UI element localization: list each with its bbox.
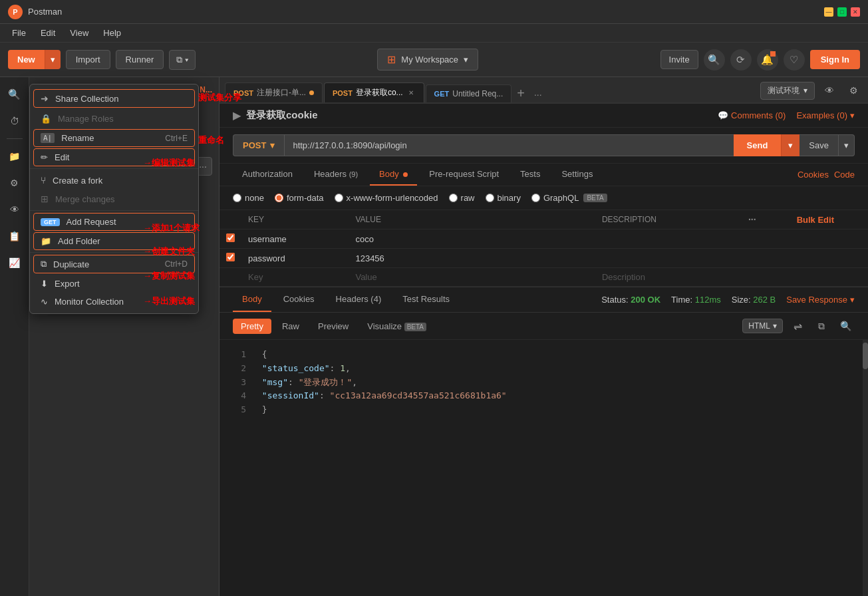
code-area: 1 { 2 "status_code": 1, 3 "msg": "登录成功！"…: [219, 340, 868, 596]
col-desc: DESCRIPTION: [595, 210, 736, 229]
row1-checkbox[interactable]: [226, 233, 235, 242]
placeholder-desc[interactable]: Description: [595, 268, 736, 287]
new-dropdown-arrow[interactable]: ▾: [45, 50, 61, 69]
resp-preview-tab[interactable]: Preview: [310, 319, 357, 334]
search-resp-btn[interactable]: 🔍: [836, 317, 855, 335]
settings-icon-btn[interactable]: ⚙: [844, 81, 863, 100]
resp-tab-body[interactable]: Body: [233, 287, 271, 312]
code-link[interactable]: Code: [834, 164, 855, 185]
body-urlencoded-radio[interactable]: x-www-form-urlencoded: [335, 193, 438, 203]
row2-checkbox[interactable]: [226, 253, 235, 261]
placeholder-value[interactable]: Value: [349, 268, 595, 287]
req-tab-prerequest[interactable]: Pre-request Script: [420, 164, 508, 186]
resp-visualize-tab[interactable]: Visualize BETA: [359, 319, 434, 334]
merge-icon: ⊞: [41, 194, 49, 204]
sidebar-mock-icon[interactable]: 📋: [4, 225, 25, 247]
tab-login[interactable]: POST 登录获取co... ✕: [324, 82, 424, 104]
bulk-edit-btn[interactable]: Bulk Edit: [797, 215, 834, 225]
app-title: Postman: [28, 7, 62, 17]
tab-name-2: 登录获取co...: [356, 87, 403, 98]
invite-button[interactable]: Invite: [660, 50, 698, 69]
tab-more-btn[interactable]: ···: [530, 89, 546, 100]
req-tab-tests[interactable]: Tests: [511, 164, 549, 186]
eye-icon-btn[interactable]: 👁: [820, 81, 839, 100]
table-more-btn[interactable]: ···: [748, 214, 756, 225]
row2-desc[interactable]: [595, 249, 736, 268]
resp-tab-headers[interactable]: Headers (4): [327, 289, 391, 311]
menu-edit[interactable]: Edit: [34, 26, 62, 40]
cookies-link[interactable]: Cookies: [797, 164, 829, 185]
sync-icon-btn[interactable]: ⟳: [730, 49, 752, 71]
duplicate-label: Duplicate: [53, 259, 89, 269]
tab-add-btn[interactable]: +: [513, 86, 529, 100]
req-tab-body[interactable]: Body: [370, 164, 417, 186]
row2-key[interactable]: password: [241, 249, 349, 268]
body-graphql-radio[interactable]: GraphQL BETA: [531, 193, 607, 203]
send-button[interactable]: Send: [734, 134, 782, 156]
url-input[interactable]: [284, 134, 733, 156]
search-icon-btn[interactable]: 🔍: [704, 49, 725, 71]
body-none-radio[interactable]: none: [233, 193, 264, 203]
sidebar-search-icon[interactable]: 🔍: [4, 84, 25, 105]
actions-button[interactable]: ⧉ ▾: [169, 50, 196, 70]
resp-tab-cookies[interactable]: Cookies: [274, 289, 324, 311]
folder-icon: 📁: [41, 236, 51, 246]
examples-btn[interactable]: Examples (0) ▾: [796, 110, 855, 120]
placeholder-key[interactable]: Key: [241, 268, 349, 287]
close-btn[interactable]: ✕: [851, 7, 860, 17]
sidebar-history-icon[interactable]: ⏱: [4, 110, 25, 132]
workspace-dropdown-icon: ▾: [464, 55, 468, 65]
sidebar-monitor-icon[interactable]: 📈: [4, 252, 25, 273]
resp-tab-testresults[interactable]: Test Results: [393, 289, 459, 311]
workspace-selector[interactable]: ⊞ My Workspace ▾: [377, 49, 478, 71]
body-raw-radio[interactable]: raw: [449, 193, 475, 203]
sidebar-apis-icon[interactable]: ⚙: [4, 172, 25, 194]
maximize-btn[interactable]: □: [837, 7, 847, 17]
fork-icon: ⑂: [41, 175, 46, 186]
tab-untitled[interactable]: GET Untitled Req...: [426, 84, 512, 102]
app-icon: P: [8, 5, 23, 19]
fork-label: Create a fork: [53, 176, 102, 186]
wrap-btn[interactable]: ⇌: [788, 317, 807, 335]
send-dropdown[interactable]: ▾: [781, 134, 799, 156]
method-selector[interactable]: POST ▾: [233, 134, 284, 156]
row2-value[interactable]: 123456: [349, 249, 595, 268]
save-response-btn[interactable]: Save Response ▾: [786, 295, 855, 305]
req-tab-settings[interactable]: Settings: [552, 164, 602, 186]
annotation-add-request: →添加1个请求: [143, 222, 200, 234]
body-formdata-radio[interactable]: form-data: [275, 193, 324, 203]
annotation-export: →导出测试集: [143, 295, 195, 307]
row1-value[interactable]: coco: [349, 229, 595, 249]
comments-btn[interactable]: 💬 Comments (0): [718, 110, 786, 120]
menu-rename[interactable]: A| Rename Ctrl+E: [33, 129, 195, 147]
signin-button[interactable]: Sign In: [810, 50, 860, 69]
sidebar-collections-icon[interactable]: 📁: [4, 146, 25, 167]
save-dropdown[interactable]: ▾: [839, 134, 855, 156]
resp-raw-tab[interactable]: Raw: [274, 319, 307, 334]
environment-selector[interactable]: 测试环境 ▾: [760, 82, 815, 100]
menu-help[interactable]: Help: [96, 26, 128, 40]
format-selector[interactable]: HTML ▾: [742, 319, 783, 333]
menu-view[interactable]: View: [63, 26, 95, 40]
import-button[interactable]: Import: [66, 50, 110, 69]
runner-button[interactable]: Runner: [116, 50, 164, 69]
save-button[interactable]: Save: [799, 134, 839, 156]
req-tab-headers[interactable]: Headers (9): [305, 164, 367, 186]
row1-desc[interactable]: [595, 229, 736, 249]
row1-key[interactable]: username: [241, 229, 349, 249]
req-tab-authorization[interactable]: Authorization: [233, 164, 302, 186]
heart-icon-btn[interactable]: ♡: [784, 49, 805, 71]
menu-file[interactable]: File: [5, 26, 33, 40]
env-dropdown-icon: ▾: [803, 86, 807, 95]
sidebar-env-icon[interactable]: 👁: [4, 199, 25, 220]
tab-close-2[interactable]: ✕: [406, 88, 416, 98]
notification-icon-btn[interactable]: 🔔: [757, 49, 778, 71]
copy-btn[interactable]: ⧉: [812, 317, 831, 335]
body-binary-radio[interactable]: binary: [486, 193, 521, 203]
workspace-label: My Workspace: [401, 55, 458, 65]
menu-create-fork[interactable]: ⑂ Create a fork: [30, 171, 198, 190]
new-button[interactable]: New: [8, 50, 45, 69]
resp-pretty-tab[interactable]: Pretty: [233, 319, 271, 334]
minimize-btn[interactable]: —: [824, 7, 833, 17]
menu-share-collection[interactable]: ➜ Share Collection: [33, 89, 195, 108]
